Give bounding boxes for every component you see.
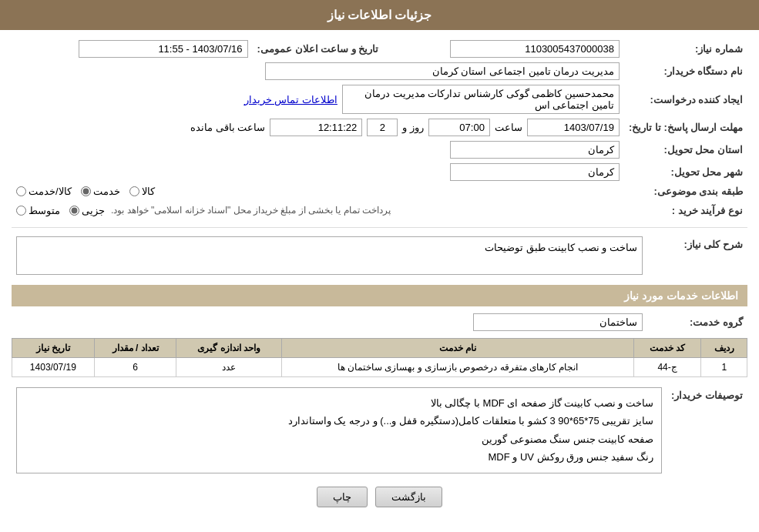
mohlet-saaat-display: 07:00 <box>428 119 490 136</box>
sherh-label: شرح کلی نیاز: <box>647 234 747 277</box>
col-qty: تعداد / مقدار <box>94 339 176 358</box>
button-row: بازگشت چاپ <box>12 487 747 507</box>
mohlet-date-display: 1403/07/19 <box>527 119 620 136</box>
sherh-value: ساخت و نصب کابینت طبق توضیحات <box>12 234 647 277</box>
ostan-display: کرمان <box>450 141 620 159</box>
ijad-konande-label: ایجاد کننده درخواست: <box>624 82 747 116</box>
nam-dastgah-display: مدیریت درمان تامین اجتماعی استان کرمان <box>265 62 620 80</box>
main-info-table: شماره نیاز: 1103005437000038 تاریخ و ساع… <box>12 38 747 221</box>
group-value: ساختمان <box>12 311 647 333</box>
tarikh-saaat-value: 1403/07/16 - 11:55 <box>12 38 253 60</box>
table-area: ردیف کد خدمت نام خدمت واحد اندازه گیری ت… <box>12 338 747 377</box>
back-button[interactable]: بازگشت <box>375 487 442 507</box>
col-unit: واحد اندازه گیری <box>176 339 282 358</box>
nooe-row: متوسط جزیی پرداخت تمام یا بخشی از مبلغ خ… <box>12 199 624 221</box>
tabaqe-kala-radio[interactable] <box>129 186 139 196</box>
nam-dastgah-label: نام دستگاه خریدار: <box>624 60 747 82</box>
tabaqe-khedmat-option[interactable]: خدمت <box>81 186 120 197</box>
page-header: جزئیات اطلاعات نیاز <box>0 0 759 30</box>
description-line: صفحه کابینت جنس سنگ مصنوعی گورین <box>25 430 653 448</box>
nooe-jozi-option[interactable]: جزیی <box>69 205 105 216</box>
description-line: ساخت و نصب کابینت گاز صفحه ای MDF با چگا… <box>25 394 653 412</box>
mohlet-remaining-display: 12:11:22 <box>270 119 362 136</box>
shahr-label: شهر محل تحویل: <box>624 161 747 183</box>
tarikh-saaat-display: 1403/07/16 - 11:55 <box>79 40 248 58</box>
group-display: ساختمان <box>473 313 643 331</box>
shahr-value: کرمان <box>12 161 624 183</box>
group-label: گروه خدمت: <box>647 311 747 333</box>
print-button[interactable]: چاپ <box>317 487 368 507</box>
sherh-display: ساخت و نصب کابینت طبق توضیحات <box>16 236 643 275</box>
shomara-niaz-value: 1103005437000038 <box>383 38 624 60</box>
sherh-table: شرح کلی نیاز: ساخت و نصب کابینت طبق توضی… <box>12 234 747 277</box>
col-date: تاریخ نیاز <box>12 339 95 358</box>
tabaqe-row: کالا/خدمت خدمت کالا <box>12 183 624 199</box>
tarikh-saaat-label: تاریخ و ساعت اعلان عمومی: <box>253 38 384 60</box>
tabaqe-label: طبقه بندی موضوعی: <box>624 183 747 199</box>
group-table: گروه خدمت: ساختمان <box>12 311 747 333</box>
description-line: رنگ سفید جنس ورق روکش UV و MDF <box>25 448 653 466</box>
table-row: 1ج-44انجام کارهای متفرقه درخصوص بازسازی … <box>12 358 747 377</box>
nooe-note: پرداخت تمام یا بخشی از مبلغ خریداز محل "… <box>111 202 391 219</box>
shahr-display: کرمان <box>450 163 620 181</box>
description-table: توصیفات خریدار: ساخت و نصب کابینت گاز صف… <box>12 385 747 476</box>
tabaqe-kala-option[interactable]: کالا <box>129 186 155 197</box>
shomara-niaz-label: شماره نیاز: <box>624 38 747 60</box>
nooe-motavaset-label: متوسط <box>29 205 60 216</box>
description-value: ساخت و نصب کابینت گاز صفحه ای MDF با چگا… <box>12 385 667 476</box>
mohlet-label: مهلت ارسال پاسخ: تا تاریخ: <box>624 116 747 139</box>
service-section-title: اطلاعات خدمات مورد نیاز <box>12 285 747 306</box>
ijad-konande-display: محمدحسین کاظمی گوکی کارشناس تداركات مدیر… <box>342 85 620 114</box>
col-radif: ردیف <box>701 339 747 358</box>
ostan-label: استان محل تحویل: <box>624 139 747 161</box>
tabaqe-khedmat-radio[interactable] <box>81 186 91 196</box>
col-name: نام خدمت <box>282 339 634 358</box>
contact-link[interactable]: اطلاعات تماس خریدار <box>244 94 338 105</box>
tabaqe-kala-khedmat-option[interactable]: کالا/خدمت <box>16 186 72 197</box>
nooe-jozi-radio[interactable] <box>69 206 79 216</box>
mohlet-row: 1403/07/19 ساعت 07:00 روز و 2 12:11:22 س… <box>12 116 624 139</box>
nam-dastgah-value: مدیریت درمان تامین اجتماعی استان کرمان <box>12 60 624 82</box>
mohlet-remaining-label: ساعت باقی مانده <box>190 122 265 133</box>
tabaqe-kala-khedmat-radio[interactable] <box>16 186 26 196</box>
nooe-jozi-label: جزیی <box>82 205 105 216</box>
description-display: ساخت و نصب کابینت گاز صفحه ای MDF با چگا… <box>16 387 662 473</box>
nooe-label: نوع فرآیند خرید : <box>624 199 747 221</box>
col-code: کد خدمت <box>633 339 701 358</box>
mohlet-saaat-label: ساعت <box>495 122 522 133</box>
mohlet-rooz-display: 2 <box>367 119 398 136</box>
ijad-konande-row: محمدحسین کاظمی گوکی کارشناس تداركات مدیر… <box>12 82 624 116</box>
nooe-motavaset-radio[interactable] <box>16 206 26 216</box>
tabaqe-kala-khedmat-label: کالا/خدمت <box>29 186 72 197</box>
shomara-niaz-display: 1103005437000038 <box>450 40 620 58</box>
nooe-motavaset-option[interactable]: متوسط <box>16 205 60 216</box>
tabaqe-khedmat-label: خدمت <box>93 186 120 197</box>
description-label: توصیفات خریدار: <box>667 385 747 476</box>
description-line: سایز تقریبی 75*65*90 3 کشو با متعلقات کا… <box>25 412 653 430</box>
services-table: ردیف کد خدمت نام خدمت واحد اندازه گیری ت… <box>12 338 747 377</box>
tabaqe-kala-label: کالا <box>142 186 155 197</box>
page-title: جزئیات اطلاعات نیاز <box>327 8 432 22</box>
ostan-value: کرمان <box>12 139 624 161</box>
mohlet-rooz-label: روز و <box>402 122 424 133</box>
